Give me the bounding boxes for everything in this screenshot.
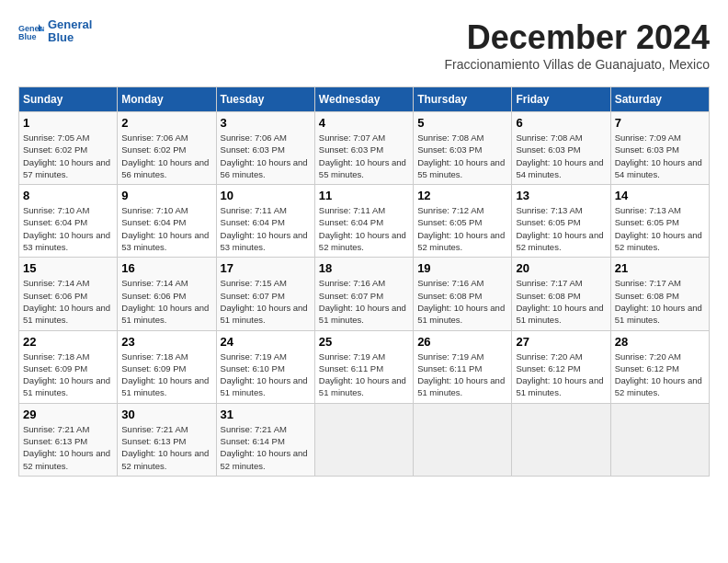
day-info: Sunrise: 7:07 AM Sunset: 6:03 PM Dayligh… bbox=[319, 132, 409, 180]
calendar-cell: 17 Sunrise: 7:15 AM Sunset: 6:07 PM Dayl… bbox=[216, 258, 314, 330]
calendar-cell bbox=[610, 403, 709, 476]
header-wednesday: Wednesday bbox=[314, 87, 413, 112]
day-number: 14 bbox=[615, 189, 705, 202]
day-info: Sunrise: 7:09 AM Sunset: 6:03 PM Dayligh… bbox=[615, 132, 705, 180]
day-info: Sunrise: 7:21 AM Sunset: 6:13 PM Dayligh… bbox=[23, 423, 113, 472]
day-info: Sunrise: 7:05 AM Sunset: 6:02 PM Dayligh… bbox=[23, 132, 113, 180]
day-number: 20 bbox=[516, 261, 606, 275]
header-monday: Monday bbox=[118, 87, 216, 112]
header-friday: Friday bbox=[512, 87, 610, 112]
calendar-cell: 16 Sunrise: 7:14 AM Sunset: 6:06 PM Dayl… bbox=[118, 258, 216, 330]
day-info: Sunrise: 7:20 AM Sunset: 6:12 PM Dayligh… bbox=[615, 350, 705, 399]
day-number: 9 bbox=[121, 189, 211, 202]
day-number: 7 bbox=[615, 116, 705, 130]
day-number: 19 bbox=[417, 261, 507, 275]
day-info: Sunrise: 7:11 AM Sunset: 6:04 PM Dayligh… bbox=[221, 204, 311, 253]
calendar-week-1: 1 Sunrise: 7:05 AM Sunset: 6:02 PM Dayli… bbox=[19, 112, 710, 185]
day-number: 2 bbox=[121, 116, 211, 130]
calendar-cell: 2 Sunrise: 7:06 AM Sunset: 6:02 PM Dayli… bbox=[118, 112, 216, 185]
day-number: 12 bbox=[417, 189, 507, 202]
calendar-cell bbox=[414, 403, 512, 476]
calendar-cell: 8 Sunrise: 7:10 AM Sunset: 6:04 PM Dayli… bbox=[19, 185, 118, 258]
day-info: Sunrise: 7:19 AM Sunset: 6:10 PM Dayligh… bbox=[221, 350, 311, 399]
day-info: Sunrise: 7:14 AM Sunset: 6:06 PM Dayligh… bbox=[23, 277, 113, 326]
calendar-cell: 24 Sunrise: 7:19 AM Sunset: 6:10 PM Dayl… bbox=[216, 330, 314, 403]
calendar-cell: 1 Sunrise: 7:05 AM Sunset: 6:02 PM Dayli… bbox=[19, 112, 118, 185]
calendar-cell: 30 Sunrise: 7:21 AM Sunset: 6:13 PM Dayl… bbox=[118, 403, 216, 476]
day-info: Sunrise: 7:15 AM Sunset: 6:07 PM Dayligh… bbox=[221, 277, 311, 326]
day-info: Sunrise: 7:16 AM Sunset: 6:07 PM Dayligh… bbox=[319, 277, 409, 326]
calendar-cell: 13 Sunrise: 7:13 AM Sunset: 6:05 PM Dayl… bbox=[512, 185, 610, 258]
day-info: Sunrise: 7:08 AM Sunset: 6:03 PM Dayligh… bbox=[417, 132, 507, 180]
calendar-cell: 27 Sunrise: 7:20 AM Sunset: 6:12 PM Dayl… bbox=[512, 330, 610, 403]
day-info: Sunrise: 7:20 AM Sunset: 6:12 PM Dayligh… bbox=[516, 350, 606, 399]
header-tuesday: Tuesday bbox=[216, 87, 314, 112]
day-number: 27 bbox=[516, 335, 606, 349]
day-info: Sunrise: 7:17 AM Sunset: 6:08 PM Dayligh… bbox=[516, 277, 606, 326]
logo-text-line2: Blue bbox=[48, 31, 92, 44]
calendar-cell: 22 Sunrise: 7:18 AM Sunset: 6:09 PM Dayl… bbox=[19, 330, 118, 403]
logo: General Blue General Blue bbox=[18, 18, 92, 45]
header-saturday: Saturday bbox=[610, 87, 709, 112]
day-number: 22 bbox=[23, 335, 113, 349]
calendar-table: SundayMondayTuesdayWednesdayThursdayFrid… bbox=[18, 86, 710, 477]
day-info: Sunrise: 7:18 AM Sunset: 6:09 PM Dayligh… bbox=[23, 350, 113, 399]
calendar-cell: 9 Sunrise: 7:10 AM Sunset: 6:04 PM Dayli… bbox=[118, 185, 216, 258]
logo-text-line1: General bbox=[48, 18, 92, 31]
header-sunday: Sunday bbox=[19, 87, 118, 112]
day-number: 23 bbox=[121, 335, 211, 349]
day-number: 29 bbox=[23, 408, 113, 421]
day-number: 8 bbox=[23, 189, 113, 202]
day-info: Sunrise: 7:21 AM Sunset: 6:14 PM Dayligh… bbox=[221, 423, 311, 472]
day-number: 3 bbox=[221, 116, 311, 130]
day-number: 16 bbox=[121, 261, 211, 275]
day-info: Sunrise: 7:10 AM Sunset: 6:04 PM Dayligh… bbox=[23, 204, 113, 253]
day-info: Sunrise: 7:16 AM Sunset: 6:08 PM Dayligh… bbox=[417, 277, 507, 326]
day-number: 10 bbox=[221, 189, 311, 202]
calendar-cell: 20 Sunrise: 7:17 AM Sunset: 6:08 PM Dayl… bbox=[512, 258, 610, 330]
calendar-cell: 4 Sunrise: 7:07 AM Sunset: 6:03 PM Dayli… bbox=[314, 112, 413, 185]
day-number: 13 bbox=[516, 189, 606, 202]
day-info: Sunrise: 7:13 AM Sunset: 6:05 PM Dayligh… bbox=[615, 204, 705, 253]
day-info: Sunrise: 7:17 AM Sunset: 6:08 PM Dayligh… bbox=[615, 277, 705, 326]
calendar-cell: 31 Sunrise: 7:21 AM Sunset: 6:14 PM Dayl… bbox=[216, 403, 314, 476]
subtitle: Fraccionamiento Villas de Guanajuato, Me… bbox=[445, 57, 710, 72]
day-info: Sunrise: 7:19 AM Sunset: 6:11 PM Dayligh… bbox=[417, 350, 507, 399]
day-number: 28 bbox=[615, 335, 705, 349]
day-number: 15 bbox=[23, 261, 113, 275]
day-info: Sunrise: 7:19 AM Sunset: 6:11 PM Dayligh… bbox=[319, 350, 409, 399]
day-number: 17 bbox=[221, 261, 311, 275]
calendar-cell: 19 Sunrise: 7:16 AM Sunset: 6:08 PM Dayl… bbox=[414, 258, 512, 330]
day-number: 1 bbox=[23, 116, 113, 130]
calendar-week-4: 22 Sunrise: 7:18 AM Sunset: 6:09 PM Dayl… bbox=[19, 330, 710, 403]
day-info: Sunrise: 7:13 AM Sunset: 6:05 PM Dayligh… bbox=[516, 204, 606, 253]
calendar-cell: 29 Sunrise: 7:21 AM Sunset: 6:13 PM Dayl… bbox=[19, 403, 118, 476]
day-info: Sunrise: 7:18 AM Sunset: 6:09 PM Dayligh… bbox=[121, 350, 211, 399]
day-number: 25 bbox=[319, 335, 409, 349]
calendar-cell bbox=[512, 403, 610, 476]
day-number: 24 bbox=[221, 335, 311, 349]
day-info: Sunrise: 7:06 AM Sunset: 6:03 PM Dayligh… bbox=[221, 132, 311, 180]
calendar-cell: 5 Sunrise: 7:08 AM Sunset: 6:03 PM Dayli… bbox=[414, 112, 512, 185]
day-number: 30 bbox=[121, 408, 211, 421]
calendar-cell: 28 Sunrise: 7:20 AM Sunset: 6:12 PM Dayl… bbox=[610, 330, 709, 403]
day-info: Sunrise: 7:11 AM Sunset: 6:04 PM Dayligh… bbox=[319, 204, 409, 253]
calendar-cell: 3 Sunrise: 7:06 AM Sunset: 6:03 PM Dayli… bbox=[216, 112, 314, 185]
svg-text:Blue: Blue bbox=[18, 32, 37, 40]
day-number: 5 bbox=[417, 116, 507, 130]
day-number: 6 bbox=[516, 116, 606, 130]
calendar-week-5: 29 Sunrise: 7:21 AM Sunset: 6:13 PM Dayl… bbox=[19, 403, 710, 476]
header-thursday: Thursday bbox=[414, 87, 512, 112]
calendar-cell: 15 Sunrise: 7:14 AM Sunset: 6:06 PM Dayl… bbox=[19, 258, 118, 330]
day-info: Sunrise: 7:21 AM Sunset: 6:13 PM Dayligh… bbox=[121, 423, 211, 472]
calendar-week-2: 8 Sunrise: 7:10 AM Sunset: 6:04 PM Dayli… bbox=[19, 185, 710, 258]
day-number: 11 bbox=[319, 189, 409, 202]
calendar-cell: 11 Sunrise: 7:11 AM Sunset: 6:04 PM Dayl… bbox=[314, 185, 413, 258]
day-number: 4 bbox=[319, 116, 409, 130]
day-number: 26 bbox=[417, 335, 507, 349]
calendar-cell: 25 Sunrise: 7:19 AM Sunset: 6:11 PM Dayl… bbox=[314, 330, 413, 403]
day-info: Sunrise: 7:10 AM Sunset: 6:04 PM Dayligh… bbox=[121, 204, 211, 253]
calendar-cell: 7 Sunrise: 7:09 AM Sunset: 6:03 PM Dayli… bbox=[610, 112, 709, 185]
calendar-cell: 26 Sunrise: 7:19 AM Sunset: 6:11 PM Dayl… bbox=[414, 330, 512, 403]
calendar-cell: 21 Sunrise: 7:17 AM Sunset: 6:08 PM Dayl… bbox=[610, 258, 709, 330]
